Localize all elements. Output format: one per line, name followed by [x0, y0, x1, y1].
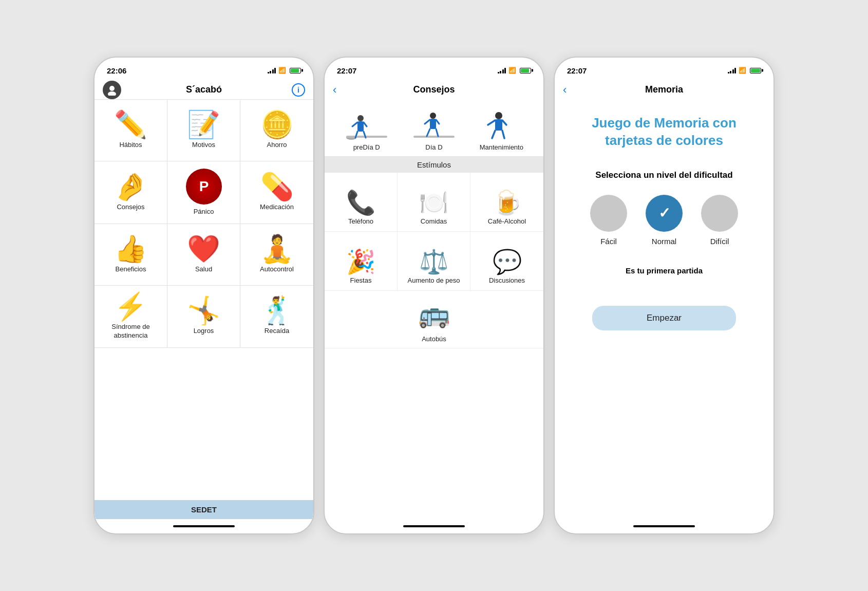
habitos-label: Hábitos [119, 141, 142, 150]
svg-rect-10 [413, 136, 455, 138]
svg-line-16 [436, 129, 438, 136]
panico-button-icon: P [186, 169, 222, 205]
sedet-label: SEDET [191, 505, 217, 514]
svg-point-1 [108, 91, 116, 96]
telefono-cell[interactable]: 📞 Teléfono [325, 173, 398, 232]
discusiones-cell[interactable]: 💬 Discusiones [470, 232, 543, 291]
status-icons-2: 📶 [498, 67, 532, 74]
main-grid: ✏️ Hábitos 📝 Motivos 🪙 Ahorro 🤌 Consejos… [95, 99, 313, 500]
grid-item-medicacion[interactable]: 💊 Medicación [240, 161, 313, 224]
normal-option[interactable]: ✓ Normal [646, 195, 683, 246]
status-bar-3: 22:07 📶 [555, 58, 773, 80]
svg-line-22 [502, 131, 504, 138]
grid-item-sindrome[interactable]: ⚡ Síndrome de abstinencia [95, 286, 167, 348]
logros-icon: 🤸 [187, 297, 220, 324]
dificil-circle [701, 195, 738, 232]
medicacion-label: Medicación [260, 203, 294, 212]
home-bar-2 [403, 525, 465, 527]
diad-icon [411, 104, 457, 140]
svg-rect-5 [357, 121, 364, 132]
aumento-icon: ⚖️ [419, 250, 448, 273]
autobus-label: Autobús [422, 335, 446, 343]
comidas-icon: 🍽️ [419, 191, 448, 214]
medicacion-icon: 💊 [260, 173, 294, 200]
grid-item-ahorro[interactable]: 🪙 Ahorro [240, 100, 313, 161]
grid-item-salud[interactable]: ❤️ Salud [167, 224, 240, 286]
memoria-main-title: Juego de Memoria con tarjetas de colores [567, 115, 761, 150]
wifi-icon-3: 📶 [739, 67, 746, 74]
motivos-label: Motivos [192, 141, 215, 150]
first-game-label: Es tu primera partida [626, 266, 703, 275]
svg-line-21 [492, 131, 495, 138]
svg-point-17 [495, 112, 502, 119]
telefono-icon: 📞 [346, 191, 375, 214]
svg-rect-12 [430, 119, 436, 129]
checkmark-icon: ✓ [658, 205, 670, 221]
facil-label: Fácil [600, 237, 617, 246]
home-indicator-3 [555, 519, 773, 533]
estimulos-header: Estímulos [325, 157, 543, 173]
dificil-label: Difícil [710, 237, 729, 246]
grid-item-panico[interactable]: P Pánico [167, 161, 240, 224]
back-button-2[interactable]: ‹ [333, 83, 336, 97]
nav-header-3: ‹ Memoria [555, 80, 773, 99]
cafe-alcohol-cell[interactable]: 🍺 Café-Alcohol [470, 173, 543, 232]
wifi-icon: 📶 [278, 67, 286, 74]
back-button-3[interactable]: ‹ [563, 83, 567, 97]
fiestas-cell[interactable]: 🎉 Fiestas [325, 232, 398, 291]
beneficios-icon: 👍 [114, 235, 147, 262]
facil-circle [590, 195, 627, 232]
sindrome-label: Síndrome de abstinencia [99, 323, 163, 340]
autobus-icon: 🚌 [411, 296, 457, 332]
status-icons-3: 📶 [728, 67, 762, 74]
grid-item-beneficios[interactable]: 👍 Beneficios [95, 224, 167, 286]
comidas-cell[interactable]: 🍽️ Comidas [398, 173, 470, 232]
facil-option[interactable]: Fácil [590, 195, 627, 246]
home-bar [173, 525, 235, 527]
aumento-peso-cell[interactable]: ⚖️ Aumento de peso [398, 232, 470, 291]
info-button[interactable]: i [292, 83, 305, 97]
svg-line-6 [352, 122, 357, 126]
predia-item[interactable]: preDía D [344, 104, 390, 151]
predia-icon [344, 104, 390, 140]
consejos-label: Consejos [117, 203, 144, 212]
grid-item-habitos[interactable]: ✏️ Hábitos [95, 100, 167, 161]
grid-item-autocontrol[interactable]: 🧘 Autocontrol [240, 224, 313, 286]
grid-item-consejos[interactable]: 🤌 Consejos [95, 161, 167, 224]
grid-item-recaida[interactable]: 🕺 Recaída [240, 286, 313, 348]
panico-label: Pánico [194, 208, 214, 216]
dificil-option[interactable]: Difícil [701, 195, 738, 246]
avatar[interactable] [103, 81, 121, 99]
screen3-title: Memoria [645, 84, 683, 95]
svg-line-19 [488, 120, 495, 125]
recaida-icon: 🕺 [260, 297, 294, 324]
mantenimiento-icon [478, 104, 524, 140]
autobus-row: 🚌 Autobús [325, 291, 543, 348]
empezar-button[interactable]: Empezar [592, 306, 736, 330]
nav-header-1: S´acabó i [95, 80, 313, 99]
mantenimiento-item[interactable]: Mantenimiento [478, 104, 524, 151]
autocontrol-icon: 🧘 [260, 235, 294, 262]
motivos-icon: 📝 [187, 111, 220, 138]
grid-item-motivos[interactable]: 📝 Motivos [167, 100, 240, 161]
diad-item[interactable]: Día D [411, 104, 457, 151]
autobus-item[interactable]: 🚌 Autobús [411, 296, 457, 343]
svg-line-7 [364, 122, 367, 126]
grid-item-logros[interactable]: 🤸 Logros [167, 286, 240, 348]
consejos-icon: 🤌 [114, 173, 147, 200]
home-bar-3 [633, 525, 695, 527]
comidas-label: Comidas [421, 217, 447, 225]
beneficios-label: Beneficios [116, 265, 146, 274]
status-bar-2: 22:07 📶 [325, 58, 543, 80]
diad-label: Día D [425, 143, 442, 151]
logros-label: Logros [194, 327, 214, 336]
phone-2: 22:07 📶 ‹ Consejos [324, 57, 544, 534]
info-icon[interactable]: i [292, 83, 305, 97]
normal-circle: ✓ [646, 195, 683, 232]
sedet-footer: SEDET [95, 500, 313, 519]
consejos-top-row: preDía D [325, 99, 543, 157]
cafe-label: Café-Alcohol [488, 217, 526, 225]
fiestas-icon: 🎉 [346, 250, 375, 273]
discusiones-label: Discusiones [489, 276, 525, 284]
status-icons-1: 📶 [268, 67, 301, 74]
